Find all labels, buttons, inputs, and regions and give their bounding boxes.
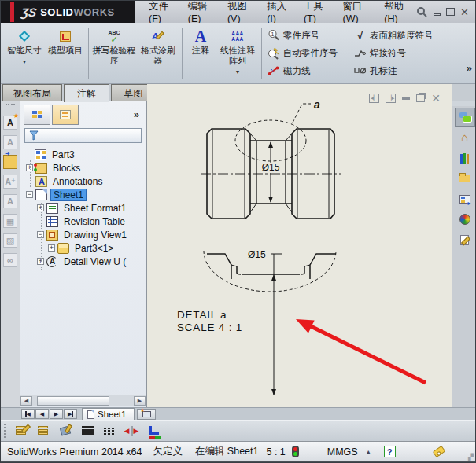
magnetic-line-button[interactable]: 磁力线 (264, 64, 313, 78)
sheet-tab[interactable]: Sheet1 (82, 408, 135, 421)
smart-dimension-button[interactable]: 智能尺寸 (4, 24, 45, 82)
add-sheet-button[interactable] (137, 409, 156, 420)
scroll-right-icon[interactable]: ▶ (134, 396, 146, 406)
scroll-left-icon[interactable]: ◀ (20, 396, 32, 406)
collapse-icon[interactable] (26, 191, 33, 198)
next-sheet-button[interactable]: ▶ (50, 409, 63, 419)
document-close-button[interactable]: ✕ (431, 94, 441, 103)
model-items-button[interactable]: 模型项目 (45, 24, 86, 82)
hide-show-edges-button[interactable]: ◀▶ (124, 424, 139, 438)
feature-tree-tab[interactable] (24, 105, 50, 125)
toolbar-overflow-chevron[interactable]: » (467, 62, 472, 74)
line-style-button[interactable] (101, 424, 117, 438)
custom-properties-icon (460, 235, 469, 245)
hole-callout-button[interactable]: 孔标注 (351, 64, 400, 78)
panel-overflow-chevron[interactable]: » (134, 108, 142, 120)
detail-view[interactable] (204, 251, 336, 292)
toolbar-grip[interactable] (4, 424, 6, 438)
dropdown-arrow-icon[interactable] (236, 66, 239, 72)
svg-text:Ø15: Ø15 (262, 162, 280, 173)
tree-item-detail-view[interactable]: Detail View U ( (20, 255, 146, 268)
property-manager-icon (60, 110, 71, 119)
tree-item-part3-instance[interactable]: Part3<1> (20, 241, 146, 255)
tree-item-sheet-format1[interactable]: Sheet Format1 (20, 201, 146, 215)
solidworks-resources-button[interactable] (455, 108, 475, 127)
units-selector[interactable]: MMGS (327, 446, 358, 457)
editing-status-text: 在编辑 Sheet1 (195, 445, 259, 458)
expand-icon[interactable] (48, 244, 55, 252)
tree-horizontal-scrollbar[interactable]: ◀ ▶ (20, 395, 146, 406)
tab-annotation[interactable]: 注解 (64, 84, 109, 102)
spell-checker-button[interactable]: ABC✓ 拼写检验程序 (91, 24, 137, 82)
balloon-button[interactable]: 1 零件序号 (264, 28, 322, 42)
constraint-state-text: 欠定义 (153, 445, 183, 458)
format-painter-button[interactable]: A 格式涂刷器 (137, 24, 179, 82)
close-button[interactable]: ✕ (460, 7, 469, 17)
color-display-mode-button[interactable] (146, 424, 161, 438)
layer-properties-button[interactable] (13, 424, 29, 438)
toolbar-grip[interactable] (6, 104, 15, 110)
first-sheet-button[interactable]: ◀ (21, 409, 35, 419)
design-library-button[interactable] (455, 149, 475, 167)
document-restore-button[interactable] (416, 94, 425, 102)
note-tool-icon[interactable]: A★ (3, 116, 17, 130)
home-button[interactable]: ⌂ (455, 128, 475, 147)
note-lock-icon[interactable]: A (3, 194, 17, 208)
line-thickness-button[interactable] (79, 424, 95, 438)
hyperlink-icon[interactable]: ∞ (3, 253, 17, 267)
file-explorer-button[interactable] (455, 169, 475, 188)
custom-properties-button[interactable] (455, 230, 475, 249)
help-button[interactable]: ? (384, 446, 396, 457)
view-palette-button[interactable] (455, 189, 475, 208)
minimize-button[interactable] (434, 13, 441, 16)
scrollbar-thumb[interactable] (37, 396, 109, 406)
auto-balloon-button[interactable]: 自动零件序号 (264, 46, 340, 61)
feature-tree: Part3 Blocks Annotations Sheet1 Sheet Fo (20, 148, 146, 268)
image-annotation-icon[interactable]: ▨ (3, 233, 17, 248)
surface-finish-button[interactable]: √ 表面粗糙度符号 (351, 28, 436, 42)
resize-grip[interactable]: ▞ (468, 454, 474, 461)
add-annotation-icon[interactable]: A⁺ (3, 175, 17, 189)
open-annotation-folder-icon[interactable] (3, 155, 17, 169)
tree-item-part3[interactable]: Part3 (20, 148, 146, 161)
drawing-graphics-area[interactable]: ◂▏ ▕▸ ✕ Ø15 (147, 84, 452, 407)
design-checker-icon[interactable]: A (3, 135, 17, 149)
balloon-icon: 1 (267, 29, 280, 42)
search-icon[interactable] (416, 6, 428, 18)
brand-stripe (10, 2, 14, 22)
linear-note-pattern-button[interactable]: AAAAAA 线性注释阵列 (216, 24, 259, 82)
tree-item-revision-table[interactable]: Revision Table (20, 215, 146, 228)
last-sheet-button[interactable]: ▶ (64, 409, 77, 419)
collapse-pane-right-icon[interactable]: ▕▸ (386, 94, 396, 103)
previous-sheet-button[interactable]: ◀ (35, 409, 49, 419)
dropdown-arrow-icon[interactable] (23, 56, 26, 62)
line-color-button[interactable] (57, 424, 73, 438)
units-dropdown-arrow-icon[interactable]: ▲ (366, 449, 371, 454)
tree-item-drawing-view1[interactable]: Drawing View1 (20, 228, 146, 241)
window-controls: ✕ (416, 6, 476, 18)
folder-icon (459, 175, 470, 182)
tree-item-blocks[interactable]: Blocks (20, 161, 146, 175)
collapse-pane-left-icon[interactable]: ◂▏ (369, 94, 379, 103)
note-button[interactable]: A 注释 (185, 24, 216, 82)
detail-dimension[interactable]: Ø15 (248, 249, 282, 395)
tree-item-annotations[interactable]: Annotations (20, 175, 146, 188)
layers-button[interactable] (35, 424, 51, 438)
solidworks-logo-text: SOLIDWORKS (40, 6, 115, 18)
tab-view-layout[interactable]: 视图布局 (2, 84, 62, 101)
save-annotation-icon[interactable]: ▦ (3, 214, 17, 228)
command-toolbar: 智能尺寸 模型项目 ABC✓ 拼写检验程序 A 格式涂刷器 A 注释 AAAAA… (1, 23, 476, 84)
property-manager-tab[interactable] (52, 105, 79, 125)
sheet-page-icon (87, 410, 94, 419)
hide-show-edges-icon: ◀▶ (124, 426, 139, 436)
tag-icon[interactable] (432, 446, 445, 457)
weld-symbol-button[interactable]: 焊接符号 (351, 46, 408, 61)
tree-guide (41, 203, 42, 270)
panel-tabs: » (20, 101, 146, 125)
document-minimize-button[interactable] (402, 97, 410, 100)
main-dimension[interactable]: Ø15 (258, 141, 283, 203)
tree-item-sheet1[interactable]: Sheet1 (20, 188, 146, 201)
restore-button[interactable] (446, 8, 455, 16)
tree-filter-bar[interactable] (24, 128, 142, 143)
appearances-button[interactable] (455, 210, 475, 229)
